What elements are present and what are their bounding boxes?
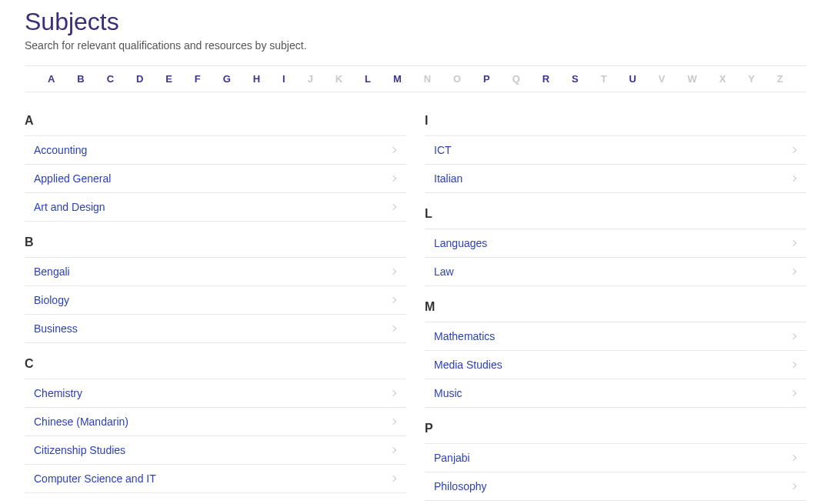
alpha-link-p[interactable]: P [483,73,490,85]
subject-link[interactable]: Bengali [34,265,70,278]
subject-item[interactable]: Music [425,379,806,408]
subject-link[interactable]: Music [434,387,462,399]
subject-item[interactable]: Computer Science and IT [25,465,406,493]
section-m: MMathematicsMedia StudiesMusic [425,300,806,408]
letter-heading-l: L [425,207,806,221]
alpha-link-s[interactable]: S [572,73,579,85]
subject-item[interactable]: Law [425,258,806,286]
alpha-link-q: Q [512,73,520,85]
chevron-right-icon [790,455,796,461]
chevron-right-icon [390,147,396,153]
subject-item[interactable]: Italian [425,165,806,193]
subject-item[interactable]: ICT [425,136,806,165]
letter-heading-c: C [25,357,406,371]
alpha-link-d[interactable]: D [136,73,143,85]
subject-item[interactable]: Accounting [25,136,406,165]
chevron-right-icon [790,269,796,275]
section-a: AAccountingApplied GeneralArt and Design [25,114,406,222]
section-l: LLanguagesLaw [425,207,806,286]
alpha-link-m[interactable]: M [393,73,402,85]
letter-heading-b: B [25,235,406,249]
chevron-right-icon [390,175,396,182]
subject-list: ChemistryChinese (Mandarin)Citizenship S… [25,379,406,493]
alpha-link-x: X [719,73,726,85]
subject-columns: AAccountingApplied GeneralArt and Design… [25,114,806,504]
subject-item[interactable]: Citizenship Studies [25,436,406,465]
alpha-link-i[interactable]: I [282,73,285,85]
subject-item[interactable]: Media Studies [425,351,806,379]
subject-link[interactable]: Biology [34,294,69,306]
subject-item[interactable]: Mathematics [425,322,806,351]
chevron-right-icon [790,333,796,339]
chevron-right-icon [790,175,796,182]
subject-link[interactable]: Mathematics [434,330,495,342]
subject-item[interactable]: Chemistry [25,379,406,408]
subject-link[interactable]: Art and Design [34,201,105,213]
chevron-right-icon [390,476,396,482]
letter-heading-i: I [425,114,806,128]
alpha-link-v: V [659,73,666,85]
subject-list: BengaliBiologyBusiness [25,257,406,343]
page-subtitle: Search for relevant qualifications and r… [25,39,806,52]
letter-heading-p: P [425,422,806,436]
subject-item[interactable]: Panjabi [425,444,806,472]
alpha-link-o: O [453,73,461,85]
subject-item[interactable]: Business [25,315,406,343]
subject-link[interactable]: Computer Science and IT [34,472,156,485]
chevron-right-icon [390,297,396,303]
left-column: AAccountingApplied GeneralArt and Design… [25,114,406,504]
subject-link[interactable]: Accounting [34,144,87,156]
subject-link[interactable]: Applied General [34,172,111,185]
letter-heading-a: A [25,114,406,128]
alpha-link-a[interactable]: A [48,73,55,85]
subject-list: AccountingApplied GeneralArt and Design [25,135,406,222]
chevron-right-icon [390,447,396,453]
alpha-link-w: W [687,73,696,85]
alpha-link-l[interactable]: L [365,73,371,85]
subject-link[interactable]: Business [34,322,78,335]
subject-item[interactable]: Physical Education [425,501,806,504]
section-p: PPanjabiPhilosophyPhysical Education [425,422,806,504]
subject-item[interactable]: Bengali [25,258,406,286]
alpha-link-y: Y [748,73,755,85]
subject-link[interactable]: Languages [434,237,487,249]
alpha-link-b[interactable]: B [77,73,84,85]
subject-link[interactable]: Chinese (Mandarin) [34,416,128,428]
subject-link[interactable]: Italian [434,172,462,185]
chevron-right-icon [790,362,796,368]
subject-item[interactable]: Chinese (Mandarin) [25,408,406,436]
subject-list: PanjabiPhilosophyPhysical Education [425,443,806,504]
chevron-right-icon [790,240,796,246]
alpha-nav: ABCDEFGHIJKLMNOPQRSTUVWXYZ [25,65,806,92]
alpha-link-f[interactable]: F [195,73,201,85]
alpha-link-t: T [601,73,607,85]
subject-item[interactable]: Philosophy [425,472,806,501]
subject-item[interactable]: Biology [25,286,406,315]
subject-link[interactable]: Law [434,265,454,278]
alpha-link-j: J [308,73,313,85]
subject-link[interactable]: Media Studies [434,359,502,371]
subject-item[interactable]: Applied General [25,165,406,193]
alpha-link-u[interactable]: U [629,73,636,85]
chevron-right-icon [390,390,396,396]
subject-link[interactable]: Panjabi [434,452,470,464]
alpha-link-c[interactable]: C [107,73,114,85]
chevron-right-icon [390,419,396,425]
subject-item[interactable]: Languages [425,229,806,258]
subject-item[interactable]: Art and Design [25,193,406,222]
subject-link[interactable]: ICT [434,144,452,156]
section-b: BBengaliBiologyBusiness [25,235,406,343]
chevron-right-icon [790,483,796,489]
subject-list: LanguagesLaw [425,229,806,286]
alpha-link-r[interactable]: R [542,73,549,85]
subject-list: ICTItalian [425,135,806,193]
chevron-right-icon [390,325,396,332]
subject-link[interactable]: Citizenship Studies [34,444,125,456]
subject-link[interactable]: Chemistry [34,387,82,399]
section-c: CChemistryChinese (Mandarin)Citizenship … [25,357,406,493]
subject-link[interactable]: Philosophy [434,480,487,492]
alpha-link-g[interactable]: G [223,73,231,85]
alpha-link-z: Z [777,73,783,85]
alpha-link-h[interactable]: H [253,73,260,85]
alpha-link-e[interactable]: E [165,73,172,85]
